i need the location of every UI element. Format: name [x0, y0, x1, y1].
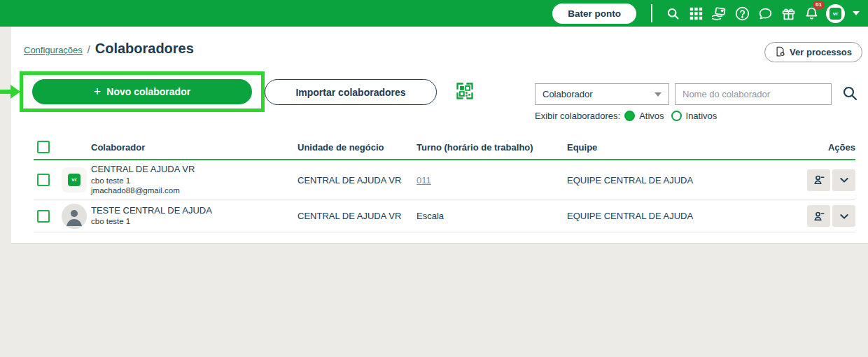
- breadcrumb-configuracoes-link[interactable]: Configurações: [24, 45, 83, 55]
- plus-icon: +: [94, 85, 102, 98]
- table-row: TESTE CENTRAL DE AJUDA cbo teste 1 CENTR…: [34, 200, 855, 232]
- collaborator-role: cbo teste 1: [91, 216, 212, 227]
- table-row: vr CENTRAL DE AJUDA VR cbo teste 1 jmach…: [34, 160, 855, 200]
- header-acoes: Ações: [797, 142, 855, 153]
- novo-colaborador-button[interactable]: + Novo colaborador: [32, 79, 252, 104]
- header-equipe: Equipe: [567, 142, 797, 153]
- avatar: vr: [62, 167, 87, 192]
- search-submit-button[interactable]: [841, 85, 858, 104]
- bater-ponto-button[interactable]: Bater ponto: [552, 4, 636, 24]
- table-header-row: Colaborador Unidade de negócio Turno (ho…: [34, 135, 855, 160]
- show-collaborators-filter: Exibir colaboradores: Ativos Inativos: [535, 111, 720, 121]
- remove-collaborator-button[interactable]: [807, 169, 830, 191]
- team: EQUIPE CENTRAL DE AJUDA: [567, 211, 797, 221]
- filter-type-value: Colaborador: [542, 89, 593, 99]
- shift-link[interactable]: 011: [416, 175, 431, 186]
- collaborator-name: CENTRAL DE AJUDA VR: [91, 164, 195, 176]
- benefits-icon[interactable]: [710, 5, 727, 22]
- account-menu-caret-icon[interactable]: [853, 11, 860, 15]
- header-colaborador: Colaborador: [62, 142, 298, 153]
- row-checkbox[interactable]: [37, 174, 50, 186]
- radio-ativos-label[interactable]: Ativos: [639, 111, 664, 121]
- annotation-highlight-box: + Novo colaborador: [20, 71, 265, 112]
- business-unit: CENTRAL DE AJUDA VR: [298, 175, 416, 186]
- filter-type-select[interactable]: Colaborador: [535, 83, 669, 105]
- row-checkbox[interactable]: [37, 210, 50, 223]
- apps-grid-icon[interactable]: [687, 5, 704, 22]
- radio-inativos-label[interactable]: Inativos: [686, 111, 718, 121]
- business-unit: CENTRAL DE AJUDA VR: [298, 211, 416, 221]
- remove-collaborator-button[interactable]: [807, 205, 830, 227]
- collaborators-table: Colaborador Unidade de negócio Turno (ho…: [34, 135, 855, 232]
- topbar-divider: [651, 4, 652, 22]
- collaborator-search-input[interactable]: [675, 83, 832, 105]
- vr-logo: vr: [830, 8, 841, 20]
- person-avatar-icon: [62, 204, 87, 229]
- user-avatar[interactable]: vr: [826, 4, 845, 23]
- collaborator-email: jmachado88@gmail.com: [91, 186, 195, 196]
- shift-text: Escala: [416, 211, 567, 221]
- importar-colaboradores-button[interactable]: Importar colaboradores: [265, 79, 437, 105]
- top-navigation-bar: Bater ponto: [0, 0, 868, 27]
- annotation-arrow: [0, 85, 21, 99]
- header-turno: Turno (horário de trabalho): [416, 142, 567, 153]
- page-title: Colaboradores: [95, 41, 194, 57]
- select-all-checkbox[interactable]: [37, 141, 50, 153]
- ver-processos-button[interactable]: Ver processos: [764, 42, 862, 62]
- radio-ativos[interactable]: [624, 111, 635, 121]
- collaborator-name: TESTE CENTRAL DE AJUDA: [91, 205, 212, 217]
- chevron-down-icon: [654, 92, 662, 97]
- chat-icon[interactable]: [757, 5, 774, 22]
- radio-inativos[interactable]: [671, 111, 682, 121]
- header-unidade: Unidade de negócio: [298, 142, 416, 153]
- help-icon[interactable]: [734, 5, 750, 22]
- search-icon[interactable]: [664, 5, 681, 22]
- main-content-panel: Configurações / Colaboradores Ver proces…: [11, 27, 868, 244]
- vr-logo: vr: [68, 174, 80, 186]
- row-expand-chevron-button[interactable]: [832, 205, 855, 227]
- row-expand-chevron-button[interactable]: [832, 169, 855, 191]
- breadcrumb-separator: /: [88, 44, 90, 55]
- show-collaborators-label: Exibir colaboradores:: [535, 111, 620, 121]
- team: EQUIPE CENTRAL DE AJUDA: [567, 175, 797, 186]
- notification-count-badge: 01: [813, 1, 825, 9]
- processes-icon: [775, 46, 785, 59]
- notifications-bell-icon[interactable]: 01: [803, 5, 820, 22]
- gift-icon[interactable]: [780, 5, 797, 22]
- breadcrumb: Configurações / Colaboradores: [24, 41, 194, 57]
- qr-code-icon[interactable]: [455, 81, 475, 104]
- collaborator-role: cbo teste 1: [91, 176, 195, 186]
